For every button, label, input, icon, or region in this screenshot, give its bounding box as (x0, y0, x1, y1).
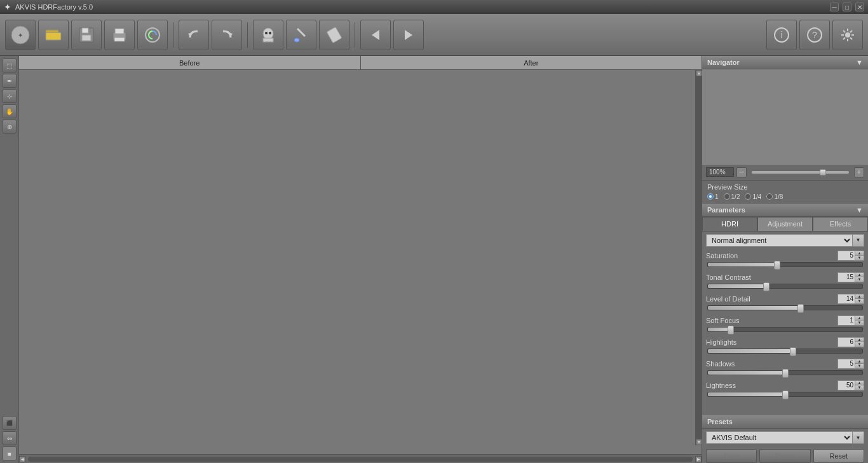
presets-select[interactable]: AKVIS Default (706, 431, 853, 444)
zoom-decrease-btn[interactable]: ─ (736, 167, 747, 177)
saturation-down[interactable]: ▼ (855, 255, 864, 261)
saturation-thumb[interactable] (774, 261, 780, 270)
shadows-input[interactable] (837, 359, 855, 369)
after-tab[interactable]: After (361, 56, 702, 69)
redo-button[interactable] (212, 20, 242, 50)
level-of-detail-thumb[interactable] (797, 304, 804, 313)
save-preset-btn[interactable]: Save (706, 449, 757, 463)
lightness-down[interactable]: ▼ (855, 385, 864, 390)
tab-adjustment[interactable]: Adjustment (757, 217, 813, 231)
dropper-tool[interactable]: ✒ (3, 74, 17, 88)
soft-focus-slider[interactable] (707, 327, 863, 332)
logo-button[interactable]: ✦ (5, 20, 36, 50)
shadows-down[interactable]: ▼ (855, 363, 864, 369)
preview-option-1[interactable]: 1 (707, 193, 719, 200)
lightness-input[interactable] (837, 380, 855, 390)
soft-focus-input[interactable] (837, 315, 855, 326)
right-panel-outer: Navigator ▼ 100% ─ + Preview Size (702, 56, 868, 463)
saturation-input[interactable] (837, 251, 855, 261)
view-toggle-2[interactable]: ⇔ (3, 431, 17, 445)
delete-preset-btn[interactable]: Delete (759, 449, 810, 463)
saturation-up[interactable]: ▲ (855, 251, 864, 256)
preview-option-eighth[interactable]: 1/8 (766, 193, 783, 200)
highlights-up[interactable]: ▲ (855, 337, 864, 342)
params-collapse-icon[interactable]: ▼ (856, 206, 863, 214)
radio-quarter[interactable] (745, 193, 751, 200)
level-of-detail-down[interactable]: ▼ (855, 298, 864, 304)
crop-tool[interactable]: ⊹ (3, 89, 17, 103)
preview-option-half[interactable]: 1/2 (724, 193, 740, 200)
move-tool[interactable]: ✋ (3, 104, 17, 118)
alignment-dropdown-btn[interactable]: ▼ (853, 234, 864, 247)
soft-focus-value-box: ▲ ▼ (837, 315, 864, 326)
vertical-scrollbar[interactable]: ▲ ▼ (695, 70, 702, 445)
ghost-button[interactable] (253, 20, 283, 50)
zoom-slider-thumb[interactable] (820, 169, 826, 176)
lightness-up[interactable]: ▲ (855, 380, 864, 385)
info-button[interactable]: i (766, 20, 797, 50)
preview-option-quarter[interactable]: 1/4 (745, 193, 761, 200)
svg-point-15 (265, 32, 268, 34)
lightness-label: Lightness (706, 382, 736, 389)
zoom-tool[interactable]: ⊕ (3, 120, 17, 134)
tonal-contrast-down[interactable]: ▼ (855, 277, 864, 282)
svg-text:?: ? (812, 30, 817, 40)
tonal-contrast-thumb[interactable] (763, 282, 770, 291)
batch-button[interactable] (137, 20, 168, 50)
tonal-contrast-slider[interactable] (707, 284, 863, 289)
radio-eighth[interactable] (766, 193, 773, 200)
view-toggle-1[interactable]: ⬛ (3, 416, 17, 430)
eraser-button[interactable] (319, 20, 349, 50)
selection-tool[interactable]: ⬚ (3, 59, 17, 73)
highlights-value-box: ▲ ▼ (837, 337, 864, 347)
brush-button[interactable] (286, 20, 316, 50)
save-button[interactable] (71, 20, 102, 50)
zoom-slider[interactable] (752, 171, 849, 174)
presets-dropdown-btn[interactable]: ▼ (853, 431, 864, 444)
scroll-up-btn[interactable]: ▲ (696, 70, 702, 76)
scroll-left-btn[interactable]: ◀ (19, 456, 25, 462)
lightness-thumb[interactable] (782, 390, 789, 399)
settings-button[interactable] (832, 20, 863, 50)
soft-focus-up[interactable]: ▲ (855, 315, 864, 321)
shadows-slider[interactable] (707, 370, 863, 375)
level-of-detail-input[interactable] (837, 294, 855, 304)
close-button[interactable]: ✕ (855, 3, 864, 11)
level-of-detail-slider[interactable] (707, 305, 863, 310)
highlights-input[interactable] (837, 337, 855, 347)
soft-focus-down[interactable]: ▼ (855, 320, 864, 326)
navigator-collapse-icon[interactable]: ▼ (856, 59, 863, 66)
undo-button[interactable] (179, 20, 209, 50)
radio-1[interactable] (707, 193, 714, 200)
highlights-down[interactable]: ▼ (855, 342, 864, 347)
help-button[interactable]: ? (799, 20, 830, 50)
scroll-right-btn[interactable]: ▶ (695, 456, 702, 462)
shadows-up[interactable]: ▲ (855, 359, 864, 364)
open-button[interactable] (38, 20, 69, 50)
minimize-button[interactable]: ─ (830, 3, 839, 11)
highlights-thumb[interactable] (790, 347, 796, 356)
back-button[interactable] (360, 20, 391, 50)
alignment-select[interactable]: Normal alignment Auto alignment No align… (706, 234, 853, 247)
color-swatch[interactable]: ■ (3, 446, 17, 460)
toolbar-separator-3 (355, 22, 355, 48)
horizontal-scrollbar[interactable]: ◀ ▶ (19, 454, 702, 463)
level-of-detail-up[interactable]: ▲ (855, 294, 864, 299)
forward-button[interactable] (393, 20, 424, 50)
soft-focus-thumb[interactable] (728, 326, 734, 335)
saturation-slider[interactable] (707, 262, 863, 267)
print-button[interactable] (104, 20, 135, 50)
shadows-thumb[interactable] (782, 369, 789, 378)
tonal-contrast-input[interactable] (837, 272, 855, 282)
before-tab[interactable]: Before (19, 56, 361, 69)
maximize-button[interactable]: □ (843, 3, 851, 11)
tab-hdri[interactable]: HDRI (702, 217, 757, 231)
tonal-contrast-up[interactable]: ▲ (855, 272, 864, 277)
tab-effects[interactable]: Effects (813, 217, 868, 231)
lightness-slider[interactable] (707, 392, 863, 397)
radio-half[interactable] (724, 193, 730, 200)
scroll-down-btn[interactable]: ▼ (696, 439, 702, 445)
zoom-increase-btn[interactable]: + (854, 167, 864, 177)
highlights-slider[interactable] (707, 349, 863, 354)
reset-preset-btn[interactable]: Reset (813, 449, 864, 463)
